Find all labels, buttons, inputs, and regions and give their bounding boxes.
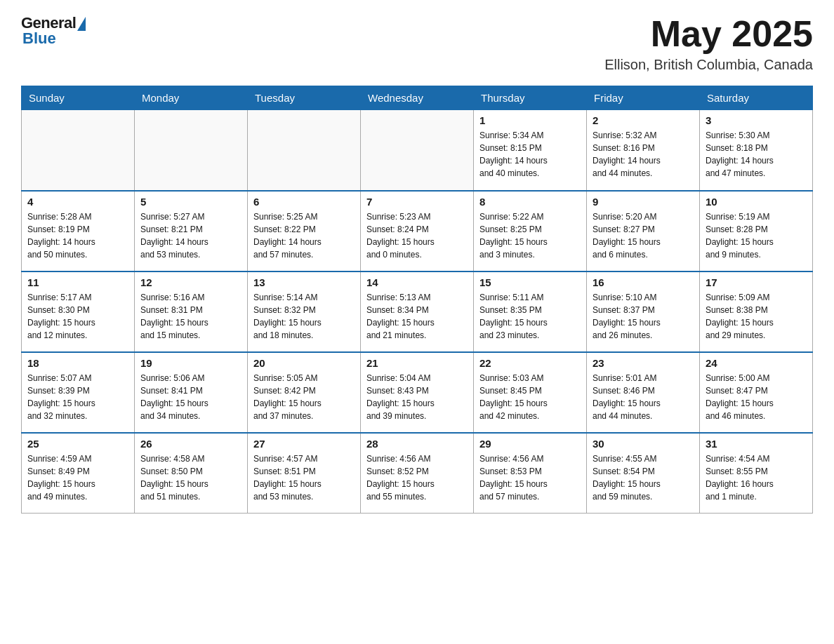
- day-info: Sunrise: 5:05 AMSunset: 8:42 PMDaylight:…: [253, 372, 355, 422]
- day-number: 26: [140, 438, 241, 450]
- day-number: 15: [479, 276, 581, 288]
- day-info: Sunrise: 4:56 AMSunset: 8:53 PMDaylight:…: [479, 452, 581, 503]
- day-number: 25: [27, 438, 128, 450]
- table-row: 31Sunrise: 4:54 AMSunset: 8:55 PMDayligh…: [700, 433, 813, 514]
- day-info: Sunrise: 5:27 AMSunset: 8:21 PMDaylight:…: [140, 210, 241, 261]
- calendar-day-header: Monday: [135, 86, 248, 110]
- table-row: 8Sunrise: 5:22 AMSunset: 8:25 PMDaylight…: [474, 191, 587, 271]
- day-info: Sunrise: 5:20 AMSunset: 8:27 PMDaylight:…: [593, 210, 694, 261]
- day-info: Sunrise: 5:11 AMSunset: 8:35 PMDaylight:…: [479, 291, 581, 342]
- calendar-week-row: 1Sunrise: 5:34 AMSunset: 8:15 PMDaylight…: [22, 110, 813, 191]
- day-info: Sunrise: 4:55 AMSunset: 8:54 PMDaylight:…: [593, 452, 694, 503]
- day-number: 16: [593, 276, 694, 288]
- page-header: General Blue May 2025 Ellison, British C…: [21, 14, 813, 73]
- day-info: Sunrise: 5:03 AMSunset: 8:45 PMDaylight:…: [479, 372, 581, 422]
- day-info: Sunrise: 5:25 AMSunset: 8:22 PMDaylight:…: [253, 210, 355, 261]
- calendar-week-row: 25Sunrise: 4:59 AMSunset: 8:49 PMDayligh…: [22, 433, 813, 514]
- table-row: 6Sunrise: 5:25 AMSunset: 8:22 PMDaylight…: [248, 191, 361, 271]
- day-info: Sunrise: 4:54 AMSunset: 8:55 PMDaylight:…: [706, 452, 807, 503]
- table-row: 9Sunrise: 5:20 AMSunset: 8:27 PMDaylight…: [587, 191, 700, 271]
- table-row: 28Sunrise: 4:56 AMSunset: 8:52 PMDayligh…: [361, 433, 474, 514]
- day-info: Sunrise: 5:13 AMSunset: 8:34 PMDaylight:…: [366, 291, 468, 342]
- table-row: 2Sunrise: 5:32 AMSunset: 8:16 PMDaylight…: [587, 110, 700, 191]
- day-number: 24: [706, 357, 807, 369]
- table-row: 7Sunrise: 5:23 AMSunset: 8:24 PMDaylight…: [361, 191, 474, 271]
- logo-blue-text: Blue: [22, 29, 56, 48]
- day-number: 4: [27, 196, 128, 208]
- day-number: 7: [366, 196, 468, 208]
- calendar-week-row: 18Sunrise: 5:07 AMSunset: 8:39 PMDayligh…: [22, 352, 813, 433]
- day-number: 28: [366, 438, 468, 450]
- table-row: 5Sunrise: 5:27 AMSunset: 8:21 PMDaylight…: [135, 191, 248, 271]
- day-info: Sunrise: 5:09 AMSunset: 8:38 PMDaylight:…: [706, 291, 807, 342]
- day-number: 2: [593, 114, 694, 126]
- day-number: 30: [593, 438, 694, 450]
- month-title: May 2025: [604, 14, 813, 54]
- day-info: Sunrise: 5:16 AMSunset: 8:31 PMDaylight:…: [140, 291, 241, 342]
- table-row: 27Sunrise: 4:57 AMSunset: 8:51 PMDayligh…: [248, 433, 361, 514]
- location-text: Ellison, British Columbia, Canada: [604, 57, 813, 73]
- table-row: 19Sunrise: 5:06 AMSunset: 8:41 PMDayligh…: [135, 352, 248, 433]
- day-number: 6: [253, 196, 355, 208]
- day-info: Sunrise: 5:14 AMSunset: 8:32 PMDaylight:…: [253, 291, 355, 342]
- table-row: [361, 110, 474, 191]
- day-info: Sunrise: 4:58 AMSunset: 8:50 PMDaylight:…: [140, 452, 241, 503]
- calendar-header-row: SundayMondayTuesdayWednesdayThursdayFrid…: [22, 86, 813, 110]
- day-info: Sunrise: 5:07 AMSunset: 8:39 PMDaylight:…: [27, 372, 128, 422]
- calendar-day-header: Wednesday: [361, 86, 474, 110]
- calendar-day-header: Thursday: [474, 86, 587, 110]
- day-info: Sunrise: 4:59 AMSunset: 8:49 PMDaylight:…: [27, 452, 128, 503]
- calendar-day-header: Saturday: [700, 86, 813, 110]
- day-info: Sunrise: 5:22 AMSunset: 8:25 PMDaylight:…: [479, 210, 581, 261]
- day-number: 27: [253, 438, 355, 450]
- table-row: 21Sunrise: 5:04 AMSunset: 8:43 PMDayligh…: [361, 352, 474, 433]
- day-info: Sunrise: 5:32 AMSunset: 8:16 PMDaylight:…: [593, 129, 694, 180]
- table-row: [22, 110, 135, 191]
- day-number: 21: [366, 357, 468, 369]
- table-row: 11Sunrise: 5:17 AMSunset: 8:30 PMDayligh…: [22, 271, 135, 352]
- table-row: 13Sunrise: 5:14 AMSunset: 8:32 PMDayligh…: [248, 271, 361, 352]
- day-info: Sunrise: 5:10 AMSunset: 8:37 PMDaylight:…: [593, 291, 694, 342]
- table-row: 15Sunrise: 5:11 AMSunset: 8:35 PMDayligh…: [474, 271, 587, 352]
- calendar-table: SundayMondayTuesdayWednesdayThursdayFrid…: [21, 86, 813, 514]
- table-row: 20Sunrise: 5:05 AMSunset: 8:42 PMDayligh…: [248, 352, 361, 433]
- day-info: Sunrise: 5:28 AMSunset: 8:19 PMDaylight:…: [27, 210, 128, 261]
- day-number: 19: [140, 357, 241, 369]
- table-row: 30Sunrise: 4:55 AMSunset: 8:54 PMDayligh…: [587, 433, 700, 514]
- day-info: Sunrise: 5:01 AMSunset: 8:46 PMDaylight:…: [593, 372, 694, 422]
- table-row: 23Sunrise: 5:01 AMSunset: 8:46 PMDayligh…: [587, 352, 700, 433]
- day-info: Sunrise: 5:23 AMSunset: 8:24 PMDaylight:…: [366, 210, 468, 261]
- calendar-week-row: 11Sunrise: 5:17 AMSunset: 8:30 PMDayligh…: [22, 271, 813, 352]
- day-number: 13: [253, 276, 355, 288]
- day-number: 8: [479, 196, 581, 208]
- day-info: Sunrise: 5:04 AMSunset: 8:43 PMDaylight:…: [366, 372, 468, 422]
- day-number: 31: [706, 438, 807, 450]
- table-row: 22Sunrise: 5:03 AMSunset: 8:45 PMDayligh…: [474, 352, 587, 433]
- table-row: 4Sunrise: 5:28 AMSunset: 8:19 PMDaylight…: [22, 191, 135, 271]
- table-row: 1Sunrise: 5:34 AMSunset: 8:15 PMDaylight…: [474, 110, 587, 191]
- table-row: 14Sunrise: 5:13 AMSunset: 8:34 PMDayligh…: [361, 271, 474, 352]
- day-number: 11: [27, 276, 128, 288]
- day-info: Sunrise: 5:17 AMSunset: 8:30 PMDaylight:…: [27, 291, 128, 342]
- table-row: 17Sunrise: 5:09 AMSunset: 8:38 PMDayligh…: [700, 271, 813, 352]
- table-row: 10Sunrise: 5:19 AMSunset: 8:28 PMDayligh…: [700, 191, 813, 271]
- day-number: 9: [593, 196, 694, 208]
- table-row: 24Sunrise: 5:00 AMSunset: 8:47 PMDayligh…: [700, 352, 813, 433]
- table-row: 25Sunrise: 4:59 AMSunset: 8:49 PMDayligh…: [22, 433, 135, 514]
- day-number: 1: [479, 114, 581, 126]
- day-number: 17: [706, 276, 807, 288]
- day-info: Sunrise: 5:30 AMSunset: 8:18 PMDaylight:…: [706, 129, 807, 180]
- table-row: [135, 110, 248, 191]
- day-info: Sunrise: 5:19 AMSunset: 8:28 PMDaylight:…: [706, 210, 807, 261]
- logo: General Blue: [21, 14, 86, 48]
- title-area: May 2025 Ellison, British Columbia, Cana…: [604, 14, 813, 73]
- table-row: 16Sunrise: 5:10 AMSunset: 8:37 PMDayligh…: [587, 271, 700, 352]
- day-number: 22: [479, 357, 581, 369]
- calendar-day-header: Sunday: [22, 86, 135, 110]
- table-row: [248, 110, 361, 191]
- day-number: 23: [593, 357, 694, 369]
- table-row: 12Sunrise: 5:16 AMSunset: 8:31 PMDayligh…: [135, 271, 248, 352]
- table-row: 3Sunrise: 5:30 AMSunset: 8:18 PMDaylight…: [700, 110, 813, 191]
- table-row: 26Sunrise: 4:58 AMSunset: 8:50 PMDayligh…: [135, 433, 248, 514]
- day-number: 18: [27, 357, 128, 369]
